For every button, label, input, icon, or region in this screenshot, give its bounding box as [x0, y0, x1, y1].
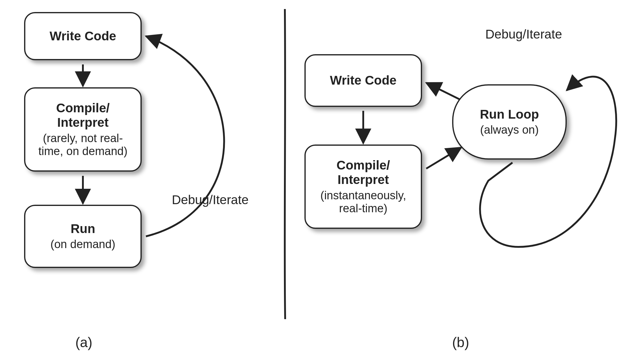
a-run-node: Run (on demand)	[24, 205, 142, 268]
a-caption: (a)	[75, 334, 92, 350]
b-runloop-sub: (always on)	[480, 123, 539, 137]
b-caption: (b)	[452, 334, 469, 350]
a-write-code-node: Write Code	[24, 12, 142, 60]
b-write-code-title: Write Code	[330, 73, 397, 88]
b-compile-title: Compile/Interpret	[336, 158, 390, 187]
b-runloop-node: Run Loop (always on)	[452, 84, 567, 160]
a-compile-node: Compile/Interpret (rarely, not real-time…	[24, 87, 142, 172]
a-debug-iterate-label: Debug/Iterate	[172, 193, 249, 207]
a-run-title: Run	[71, 222, 95, 236]
a-compile-title: Compile/Interpret	[56, 101, 109, 130]
a-compile-sub: (rarely, not real-time, on demand)	[38, 132, 128, 158]
b-compile-node: Compile/Interpret (instantaneously,real-…	[304, 145, 422, 229]
diagram-canvas: Write Code Compile/Interpret (rarely, no…	[0, 0, 627, 364]
b-edge-runloop-to-write	[426, 83, 460, 99]
b-edge-compile-to-runloop	[426, 148, 461, 169]
b-compile-sub: (instantaneously,real-time)	[320, 189, 406, 215]
b-debug-iterate-label: Debug/Iterate	[485, 27, 562, 42]
a-run-sub: (on demand)	[50, 238, 115, 251]
a-write-code-title: Write Code	[50, 29, 116, 43]
divider-line	[285, 9, 285, 319]
b-write-code-node: Write Code	[304, 54, 422, 107]
b-runloop-title: Run Loop	[480, 107, 539, 122]
